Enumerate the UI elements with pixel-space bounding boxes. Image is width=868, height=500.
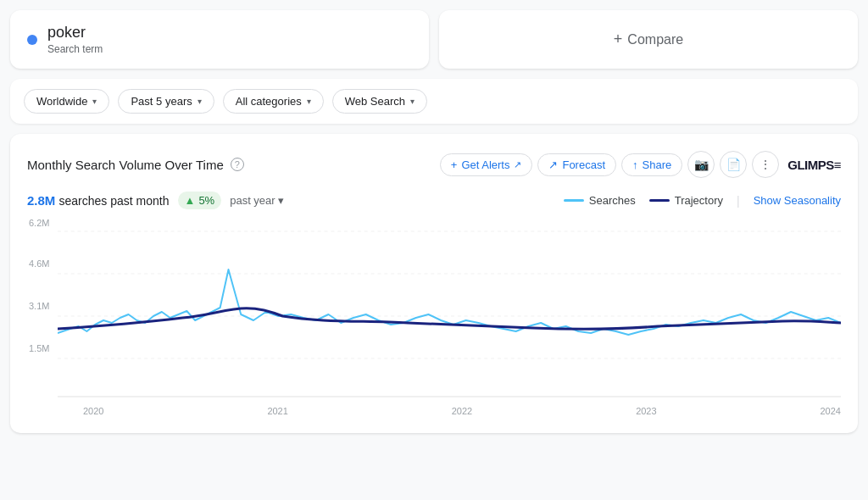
compare-card[interactable]: + Compare [439,10,858,69]
searches-count-label: searches past month [59,194,170,208]
search-term-info: poker Search term [47,24,103,55]
stats-row: 2.8M searches past month ▲ 5% past year … [27,192,841,209]
y-label-3: 3.1M [29,301,49,311]
chart-card: Monthly Search Volume Over Time ? + Get … [10,134,858,433]
searches-count-value: 2.8M [27,193,55,208]
chevron-down-icon: ▾ [198,97,202,106]
forecast-button[interactable]: ↗ Forecast [537,153,616,176]
more-options-button[interactable]: ⋮ [752,151,779,178]
chart-area [58,223,841,409]
external-link-icon: ↗ [514,159,521,170]
period-dropdown[interactable]: past year ▾ [230,194,283,207]
y-label-bottom: 1.5M [29,343,49,353]
get-alerts-button[interactable]: + Get Alerts ↗ [440,153,533,176]
compare-label: Compare [627,32,683,47]
camera-icon: 📷 [694,158,709,171]
change-badge: ▲ 5% [178,192,222,209]
legend-trajectory: Trajectory [649,194,723,207]
trajectory-line-swatch [649,199,670,202]
document-icon: 📄 [726,158,741,171]
share-icon: ↑ [632,158,638,171]
filter-worldwide[interactable]: Worldwide ▾ [24,89,109,114]
searches-count: 2.8M searches past month [27,193,170,208]
forecast-label: Forecast [562,158,605,171]
trend-icon: ↗ [548,158,558,171]
filter-past5years[interactable]: Past 5 years ▾ [118,89,214,114]
chart-svg [58,223,841,409]
stat-main: 2.8M searches past month ▲ 5% past year … [27,192,284,209]
filter-websearch-label: Web Search [345,95,405,108]
chevron-down-icon: ▾ [92,97,97,106]
y-label-top: 6.2M [29,218,49,228]
search-term-dot [27,35,37,45]
search-term-type: Search term [47,43,103,55]
legend-divider: | [737,194,740,208]
legend-searches: Searches [564,194,636,207]
filter-categories[interactable]: All categories ▾ [223,89,324,114]
filter-worldwide-label: Worldwide [36,95,87,108]
chevron-down-icon: ▾ [410,97,415,106]
filters-row: Worldwide ▾ Past 5 years ▾ All categorie… [10,79,858,124]
share-label: Share [643,158,672,171]
show-seasonality-button[interactable]: Show Seasonality [754,194,841,207]
period-label: past year [230,194,275,207]
up-arrow-icon: ▲ [185,194,196,207]
get-alerts-icon: + [451,158,458,171]
chart-title-area: Monthly Search Volume Over Time ? [27,158,244,172]
chart-actions: + Get Alerts ↗ ↗ Forecast ↑ Share 📷 📄 [440,151,841,178]
glimpse-logo: GLIMPS≡ [787,158,841,172]
chart-title: Monthly Search Volume Over Time [27,158,224,172]
dots-icon: ⋮ [760,158,771,171]
searches-line-swatch [564,199,584,202]
legend-searches-label: Searches [589,194,636,207]
filter-websearch[interactable]: Web Search ▾ [332,89,427,114]
chart-legend: Searches Trajectory | Show Seasonality [564,194,841,208]
chevron-down-icon: ▾ [278,194,284,207]
chevron-down-icon: ▾ [307,97,311,106]
chart-container: 6.2M 4.6M 3.1M 1.5M 2020 2021 2022 2023 … [27,223,841,416]
filter-categories-label: All categories [236,95,302,108]
compare-plus-icon: + [614,31,623,48]
document-button[interactable]: 📄 [720,151,747,178]
chart-header: Monthly Search Volume Over Time ? + Get … [27,151,841,178]
change-value: 5% [198,194,214,207]
search-term-name: poker [47,24,103,42]
legend-trajectory-label: Trajectory [675,194,723,207]
share-button[interactable]: ↑ Share [621,153,682,176]
screenshot-button[interactable]: 📷 [687,151,715,178]
info-icon[interactable]: ? [231,158,244,171]
search-term-card: poker Search term [10,10,429,69]
y-label-2: 4.6M [29,258,49,269]
get-alerts-label: Get Alerts [461,158,509,171]
filter-past5years-label: Past 5 years [131,95,192,108]
